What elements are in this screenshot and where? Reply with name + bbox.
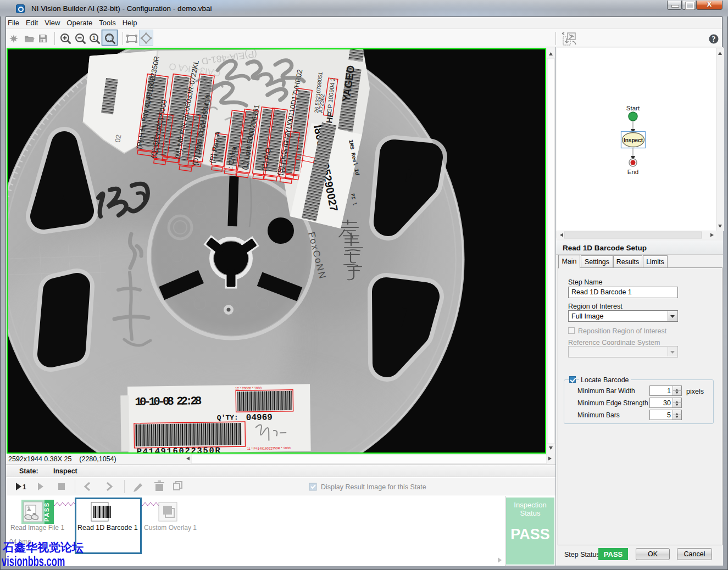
svg-text:02: 02: [113, 134, 123, 143]
svg-text:PASS: PASS: [43, 503, 50, 522]
svg-text:11 * P414916022350R * 1000: 11 * P414916022350R * 1000: [247, 446, 291, 450]
svg-text:Inspect: Inspect: [624, 137, 643, 143]
svg-text:Read 1D Barcode 1: Read 1D Barcode 1: [77, 524, 138, 532]
svg-text:HF: HF: [324, 111, 335, 124]
svg-text:End: End: [627, 169, 638, 175]
svg-text:1: 1: [92, 35, 96, 41]
svg-text:12 * 20000 * 1000: 12 * 20000 * 1000: [235, 387, 262, 390]
svg-text:Start: Start: [626, 105, 640, 111]
svg-text:?: ?: [712, 35, 716, 43]
svg-text:Custom Overlay 1: Custom Overlay 1: [144, 524, 197, 532]
svg-text:Read Image File 1: Read Image File 1: [10, 524, 64, 532]
svg-text:1: 1: [23, 483, 26, 491]
svg-text:Display Result Image for this: Display Result Image for this State: [321, 483, 426, 491]
svg-text:Q'TY:: Q'TY:: [217, 413, 238, 422]
svg-text:10-10-08 22:28: 10-10-08 22:28: [135, 395, 202, 409]
svg-text:P414916022350R: P414916022350R: [137, 446, 221, 454]
svg-text:04969: 04969: [246, 412, 273, 423]
